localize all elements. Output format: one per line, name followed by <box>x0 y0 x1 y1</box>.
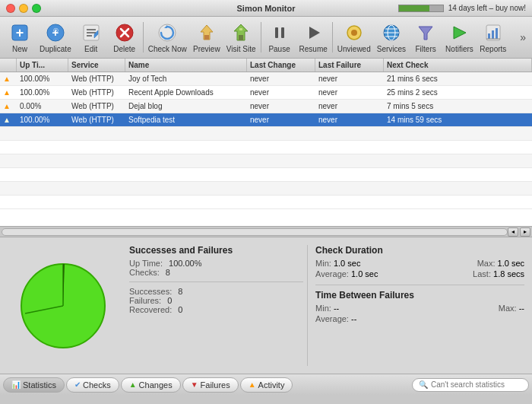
checks-row: Checks: 8 <box>129 268 303 277</box>
pause-label: Pause <box>268 45 290 53</box>
svg-rect-15 <box>204 35 209 40</box>
unviewed-button[interactable]: Unviewed <box>334 18 374 56</box>
last-label: Last: <box>473 269 491 278</box>
th-name[interactable]: Name <box>125 59 247 72</box>
min-label: Min: <box>315 259 331 268</box>
edit-label: Edit <box>84 45 97 53</box>
maximize-button[interactable] <box>32 4 41 13</box>
duplicate-label: Duplicate <box>40 45 71 53</box>
successes-value: 8 <box>178 287 182 296</box>
toolbar-overflow[interactable]: » <box>517 28 529 46</box>
resume-button[interactable]: Resume <box>296 18 331 56</box>
th-uptime[interactable]: Up Ti... <box>17 59 68 72</box>
scroll-left-button[interactable]: ◂ <box>508 227 518 237</box>
recovered-label: Recovered: <box>129 305 172 314</box>
statistics-icon: 📊 <box>11 380 21 389</box>
activity-icon: ▲ <box>249 380 256 389</box>
duplicate-button[interactable]: + ◎ Duplicate <box>36 18 74 56</box>
checks-value: 8 <box>166 268 170 277</box>
table-row[interactable]: ▲ 100.00% Web (HTTP) Recent Apple Downlo… <box>0 86 532 100</box>
stats-right: Check Duration Min: 1.0 sec Max: 1.0 sec… <box>308 237 532 374</box>
bottom-tabs: 📊 Statistics ✔ Checks ▲ Changes ▼ Failur… <box>0 374 532 395</box>
tab-failures[interactable]: ▼ Failures <box>182 377 239 393</box>
svg-rect-16 <box>239 35 243 40</box>
check-dur-title: Check Duration <box>315 245 524 256</box>
tab-changes[interactable]: ▲ Changes <box>121 377 181 393</box>
notifiers-icon <box>448 22 470 43</box>
th-lastchange[interactable]: Last Change <box>247 59 315 72</box>
nextcheck-cell: 25 mins 2 secs <box>384 86 532 99</box>
scrollbar-track[interactable] <box>2 228 508 236</box>
recovered-row: Recovered: 0 <box>129 305 303 314</box>
duplicate-icon: + ◎ <box>45 22 66 43</box>
service-cell: Web (HTTP) <box>68 72 125 85</box>
stats-divider <box>129 282 303 282</box>
delete-label: Delete <box>113 45 135 53</box>
last-value: 1.8 secs <box>493 269 524 278</box>
th-nextcheck[interactable]: Next Check <box>384 59 532 72</box>
tab-checks[interactable]: ✔ Checks <box>66 377 119 393</box>
visit-site-button[interactable]: Visit Site <box>223 18 259 56</box>
search-box[interactable]: 🔍 <box>412 378 529 392</box>
avg-label: Average: <box>315 269 349 278</box>
pause-icon <box>269 22 290 43</box>
tab-activity[interactable]: ▲ Activity <box>240 377 293 393</box>
notifiers-label: Notifiers <box>445 45 473 53</box>
check-now-button[interactable]: Check Now <box>145 18 190 56</box>
check-max-row: Max: 1.0 sec <box>477 259 524 268</box>
table-row[interactable]: ▲ 100.00% Web (HTTP) Joy of Tech never n… <box>0 72 532 86</box>
th-lastfailure[interactable]: Last Failure <box>315 59 384 72</box>
service-cell: Web (HTTP) <box>68 113 125 126</box>
scroll-right-button[interactable]: ▸ <box>520 227 530 237</box>
stats-left: Successes and Failures Up Time: 100.00% … <box>125 237 307 374</box>
table-row[interactable]: ▲ 100.00% Web (HTTP) Softpedia test neve… <box>0 113 532 127</box>
tbf-avg-row: Average: -- <box>315 314 356 323</box>
tab-statistics[interactable]: 📊 Statistics <box>3 377 65 393</box>
svg-marker-28 <box>419 27 432 40</box>
separator-3 <box>332 22 333 52</box>
minimize-button[interactable] <box>19 4 28 13</box>
service-cell: Web (HTTP) <box>68 100 125 113</box>
svg-marker-20 <box>309 27 320 39</box>
changes-icon: ▲ <box>129 380 137 389</box>
lastchange-cell: never <box>247 72 315 85</box>
uptime-label: Up Time: <box>129 259 163 268</box>
filters-icon <box>415 22 436 43</box>
resume-icon <box>302 22 324 43</box>
preview-button[interactable]: Preview <box>190 18 223 56</box>
check-now-label: Check Now <box>148 45 187 53</box>
table-body: ▲ 100.00% Web (HTTP) Joy of Tech never n… <box>0 72 532 209</box>
failures-icon: ▼ <box>191 380 198 389</box>
buy-now-text[interactable]: 14 days left – buy now! <box>448 4 526 12</box>
edit-icon <box>81 22 102 43</box>
delete-button[interactable]: Delete <box>108 18 141 56</box>
edit-button[interactable]: Edit <box>74 18 108 56</box>
avg-value: 1.0 sec <box>351 269 378 278</box>
table-row-empty <box>0 196 532 209</box>
th-service[interactable]: Service <box>68 59 125 72</box>
pause-button[interactable]: Pause <box>263 18 296 56</box>
new-button[interactable]: + New <box>3 18 36 56</box>
table-header: Up Ti... Service Name Last Change Last F… <box>0 59 532 72</box>
horizontal-scrollbar[interactable]: ◂ ▸ <box>0 226 532 237</box>
search-input[interactable] <box>431 380 522 389</box>
close-button[interactable] <box>6 4 15 13</box>
services-button[interactable]: Services <box>374 18 409 56</box>
tbf-avg-label: Average: <box>315 314 349 323</box>
tab-statistics-label: Statistics <box>23 380 56 390</box>
lastfailure-cell: never <box>315 100 384 113</box>
stats-title-left: Successes and Failures <box>129 245 303 256</box>
scrollbar-arrows: ◂ ▸ <box>508 227 530 237</box>
successes-row: Successes: 8 <box>129 287 303 296</box>
reports-button[interactable]: Reports <box>477 18 510 56</box>
notifiers-button[interactable]: Notifiers <box>442 18 477 56</box>
check-last-row: Last: 1.8 secs <box>473 269 524 278</box>
traffic-lights <box>6 4 41 13</box>
filters-button[interactable]: Filters <box>409 18 442 56</box>
services-icon <box>381 22 402 43</box>
uptime-row: Up Time: 100.00% <box>129 259 303 268</box>
service-cell: Web (HTTP) <box>68 86 125 99</box>
services-label: Services <box>377 45 406 53</box>
table-row[interactable]: ▲ 0.00% Web (HTTP) Dejal blog never neve… <box>0 100 532 113</box>
tbf-max-label: Max: <box>499 304 517 313</box>
